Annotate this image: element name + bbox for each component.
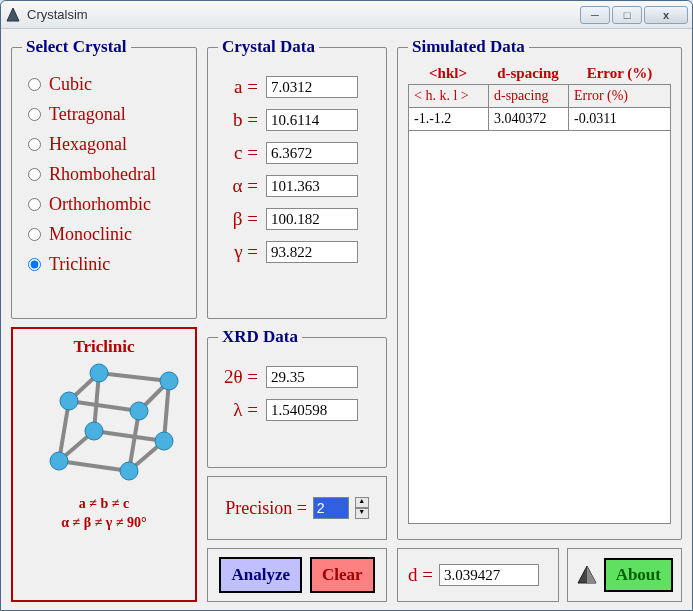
crystal-field-label: b = [222,109,258,131]
about-button[interactable]: About [604,558,673,592]
xrd-data-legend: XRD Data [218,327,302,347]
window-title: Crystalsim [27,7,580,22]
xrd-field-input-1[interactable] [266,399,358,421]
crystal-radio-triclinic[interactable] [28,258,41,271]
d-input[interactable] [439,564,539,586]
crystal-label-cubic: Cubic [49,74,92,95]
diagram-eq-line2: α ≠ β ≠ γ ≠ 90° [61,514,146,532]
precision-label: Precision = [225,498,307,519]
crystal-diagram-box: Triclinic [11,327,197,602]
simulated-data-legend: Simulated Data [408,37,529,57]
sim-col-error: Error (%) [569,85,670,108]
svg-line-1 [59,461,129,471]
crystal-option-rhombohedral[interactable]: Rhombohedral [28,164,180,185]
crystal-field-input-3[interactable] [266,175,358,197]
titlebar: Crystalsim ─ □ x [1,1,692,29]
svg-line-5 [69,401,139,411]
sim-header-error: Error (%) [568,65,671,82]
action-buttons-group: Analyze Clear [207,548,387,602]
crystal-label-tetragonal: Tetragonal [49,104,126,125]
crystal-radio-cubic[interactable] [28,78,41,91]
crystal-field-label: γ = [222,241,258,263]
clear-button[interactable]: Clear [310,557,375,593]
close-button[interactable]: x [644,6,688,24]
crystal-field-input-2[interactable] [266,142,358,164]
xrd-field-row: 2θ = [222,366,372,388]
xrd-field-input-0[interactable] [266,366,358,388]
crystal-radio-tetragonal[interactable] [28,108,41,121]
maximize-button[interactable]: □ [612,6,642,24]
sim-col-hkl: < h. k. l > [409,85,489,108]
crystal-field-label: β = [222,208,258,230]
crystal-option-tetragonal[interactable]: Tetragonal [28,104,180,125]
xrd-field-label: 2θ = [222,366,258,388]
sim-table-header-row: < h. k. l > d-spacing Error (%) [409,85,670,108]
svg-point-17 [60,392,78,410]
app-window: Crystalsim ─ □ x Select Crystal CubicTet… [0,0,693,611]
crystal-radio-orthorhombic[interactable] [28,198,41,211]
xrd-field-label: λ = [222,399,258,421]
crystal-label-orthorhombic: Orthorhombic [49,194,151,215]
crystal-radio-rhombohedral[interactable] [28,168,41,181]
sim-col-dspacing: d-spacing [489,85,569,108]
crystal-field-row: α = [222,175,372,197]
d-label: d = [408,564,433,586]
sim-top-headers: <hkl> d-spacing Error (%) [408,65,671,82]
crystal-label-triclinic: Triclinic [49,254,110,275]
crystal-radio-monoclinic[interactable] [28,228,41,241]
crystal-option-cubic[interactable]: Cubic [28,74,180,95]
crystal-field-input-1[interactable] [266,109,358,131]
sim-table: < h. k. l > d-spacing Error (%) -1.-1.23… [408,84,671,524]
simulated-data-group: Simulated Data <hkl> d-spacing Error (%)… [397,37,682,540]
sim-cell-hkl: -1.-1.2 [409,108,489,131]
select-crystal-legend: Select Crystal [22,37,131,57]
crystal-field-input-4[interactable] [266,208,358,230]
precision-spinner: ▲ ▼ [355,497,369,519]
crystal-radio-hexagonal[interactable] [28,138,41,151]
sim-cell-err: -0.0311 [569,108,670,131]
d-result-group: d = [397,548,559,602]
diagram-title: Triclinic [73,337,134,357]
triclinic-diagram-icon [29,361,179,491]
table-row[interactable]: -1.-1.23.040372-0.0311 [409,108,670,131]
crystal-field-row: β = [222,208,372,230]
crystal-label-rhombohedral: Rhombohedral [49,164,156,185]
diagram-equation: a ≠ b ≠ c α ≠ β ≠ γ ≠ 90° [61,495,146,531]
svg-line-7 [99,373,169,381]
crystal-field-label: c = [222,142,258,164]
sim-header-dspacing: d-spacing [488,65,568,82]
precision-down-button[interactable]: ▼ [355,508,369,519]
about-group: About [567,548,682,602]
minimize-button[interactable]: ─ [580,6,610,24]
window-controls: ─ □ x [580,6,688,24]
svg-point-15 [155,432,173,450]
crystal-field-row: c = [222,142,372,164]
sim-header-hkl: <hkl> [408,65,488,82]
result-row: d = About [397,548,682,602]
content-area: Select Crystal CubicTetragonalHexagonalR… [1,29,692,610]
crystal-option-orthorhombic[interactable]: Orthorhombic [28,194,180,215]
crystal-label-monoclinic: Monoclinic [49,224,132,245]
precision-input[interactable] [313,497,349,519]
crystal-field-row: b = [222,109,372,131]
sim-cell-d: 3.040372 [489,108,569,131]
xrd-data-group: XRD Data 2θ =λ = [207,327,387,467]
crystal-field-row: γ = [222,241,372,263]
crystal-option-triclinic[interactable]: Triclinic [28,254,180,275]
svg-point-19 [160,372,178,390]
crystal-data-group: Crystal Data a =b =c =α =β =γ = [207,37,387,319]
xrd-field-row: λ = [222,399,372,421]
crystal-field-input-0[interactable] [266,76,358,98]
analyze-button[interactable]: Analyze [219,557,302,593]
crystal-field-input-5[interactable] [266,241,358,263]
crystal-option-hexagonal[interactable]: Hexagonal [28,134,180,155]
select-crystal-group: Select Crystal CubicTetragonalHexagonalR… [11,37,197,319]
crystal-field-label: a = [222,76,258,98]
app-icon [5,7,21,23]
svg-marker-0 [7,8,19,21]
crystal-field-label: α = [222,175,258,197]
crystal-option-monoclinic[interactable]: Monoclinic [28,224,180,245]
precision-up-button[interactable]: ▲ [355,497,369,508]
crystal-label-hexagonal: Hexagonal [49,134,127,155]
svg-point-16 [85,422,103,440]
